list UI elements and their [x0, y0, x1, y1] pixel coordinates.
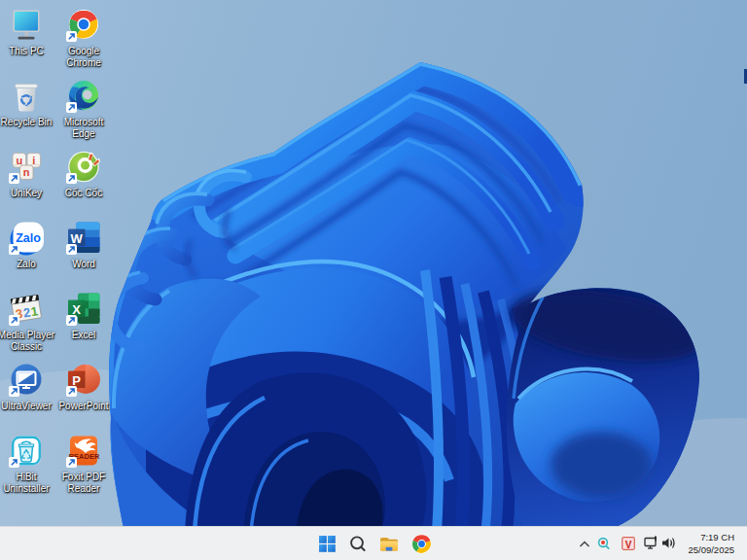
- svg-text:X: X: [72, 302, 81, 317]
- svg-text:W: W: [71, 231, 84, 246]
- svg-text:i: i: [32, 155, 35, 166]
- svg-text:u: u: [16, 155, 22, 166]
- svg-text:n: n: [23, 166, 30, 178]
- svg-text:V: V: [625, 540, 632, 550]
- svg-text:P: P: [72, 373, 81, 388]
- svg-text:Zalo: Zalo: [16, 231, 41, 245]
